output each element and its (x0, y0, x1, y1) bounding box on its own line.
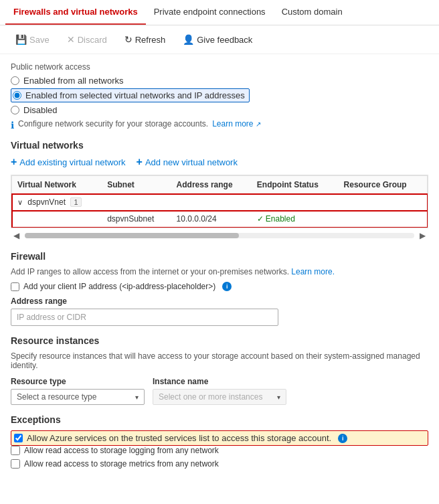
firewall-title: Firewall (11, 251, 428, 262)
firewall-learn-more[interactable]: Learn more. (291, 267, 335, 276)
exceptions-title: Exceptions (11, 414, 428, 425)
public-network-label: Public network access (11, 62, 428, 72)
address-range-label: Address range (11, 297, 428, 306)
add-new-icon: + (137, 156, 143, 168)
scroll-left-arrow[interactable]: ◀ (11, 230, 22, 242)
info-row: ℹ Configure network security for your st… (11, 119, 428, 131)
radio-group: Enabled from all networks Enabled from s… (11, 76, 428, 115)
resource-instances-section: Resource instances Specify resource inst… (11, 335, 428, 405)
radio-selected-networks-label: Enabled from selected virtual networks a… (25, 90, 245, 100)
main-content: Public network access Enabled from all n… (0, 54, 439, 481)
exceptions-section: Exceptions Allow Azure services on the t… (11, 414, 428, 469)
resource-type-col: Resource type Select a resource type ▾ (11, 377, 145, 405)
add-existing-link[interactable]: + Add existing virtual network (11, 156, 126, 168)
exception-trusted-checkbox[interactable] (14, 434, 23, 442)
feedback-icon: 👤 (183, 34, 194, 45)
table-row[interactable]: dspvnSubnet 10.0.0.0/24 ✓ Enabled (12, 211, 428, 228)
radio-all-networks-input[interactable] (11, 76, 19, 85)
vnet-parent-name: ∨ dspvnVnet 1 (12, 194, 102, 211)
instance-name-label: Instance name (153, 377, 286, 386)
radio-selected-networks-input[interactable] (13, 91, 21, 100)
refresh-icon: ↻ (124, 34, 133, 45)
col-resource-group: Resource Group (339, 176, 428, 194)
tab-firewalls[interactable]: Firewalls and virtual networks (5, 0, 146, 25)
toolbar: 💾 Save ✕ Discard ↻ Refresh 👤 Give feedba… (0, 25, 439, 54)
exception-metrics-row: Allow read access to storage metrics fro… (11, 459, 428, 469)
vnet-parent-rg (339, 194, 428, 211)
vnet-parent-address (171, 194, 252, 211)
scroll-right-arrow[interactable]: ▶ (417, 230, 428, 242)
scrollbar-thumb (25, 233, 239, 238)
vnet-table-container: Virtual Network Subnet Address range End… (11, 175, 428, 228)
virtual-networks-title: Virtual networks (11, 140, 428, 151)
save-button[interactable]: 💾 Save (8, 31, 57, 48)
vnet-parent-status (252, 194, 339, 211)
info-text: Configure network security for your stor… (18, 119, 208, 129)
table-header-row: Virtual Network Subnet Address range End… (12, 176, 428, 194)
col-address-range: Address range (171, 176, 252, 194)
discard-icon: ✕ (67, 34, 75, 45)
vnet-parent-subnet (102, 194, 171, 211)
instance-name-select[interactable]: Select one or more instances ▾ (153, 389, 286, 405)
chevron-down-icon: ∨ (17, 198, 23, 206)
resource-instances-title: Resource instances (11, 335, 428, 346)
exception-trusted-label: Allow Azure services on the trusted serv… (27, 433, 331, 443)
exception-metrics-checkbox[interactable] (11, 459, 20, 469)
address-range-input[interactable] (11, 309, 278, 326)
resource-form-row: Resource type Select a resource type ▾ I… (11, 377, 428, 405)
scroll-row: ◀ ▶ (11, 230, 428, 242)
radio-selected-networks: Enabled from selected virtual networks a… (11, 88, 428, 102)
vnet-child-rg (339, 211, 428, 228)
exception-trusted-info-icon: i (338, 434, 347, 443)
vnet-child-address: 10.0.0.0/24 (171, 211, 252, 228)
client-ip-checkbox[interactable] (11, 282, 19, 291)
resource-type-select[interactable]: Select a resource type ▾ (11, 389, 145, 405)
scrollbar-track[interactable] (25, 233, 414, 238)
info-icon: ℹ (11, 120, 14, 131)
col-endpoint-status: Endpoint Status (252, 176, 339, 194)
radio-all-networks-label: Enabled from all networks (23, 76, 124, 86)
tab-private-endpoints[interactable]: Private endpoint connections (146, 0, 274, 25)
vnet-child-subnet: dspvnSubnet (102, 211, 171, 228)
col-virtual-network: Virtual Network (12, 176, 102, 194)
radio-disabled-input[interactable] (11, 106, 19, 114)
firewall-description: Add IP ranges to allow access from the i… (11, 267, 428, 276)
check-icon: ✓ (257, 214, 264, 224)
enabled-status: ✓ Enabled (257, 214, 333, 224)
add-new-link[interactable]: + Add new virtual network (137, 156, 238, 168)
exception-logging-checkbox[interactable] (11, 446, 20, 455)
client-ip-label: Add your client IP address (<ip-address-… (23, 282, 215, 291)
vnet-child-name (12, 211, 102, 228)
exception-trusted-row: Allow Azure services on the trusted serv… (11, 430, 428, 446)
firewall-section: Firewall Add IP ranges to allow access f… (11, 251, 428, 326)
info-circle-icon: i (222, 282, 232, 291)
exception-logging-label: Allow read access to storage logging fro… (24, 446, 219, 455)
radio-disabled-label: Disabled (23, 105, 58, 115)
add-existing-icon: + (11, 156, 17, 168)
add-row: + Add existing virtual network + Add new… (11, 156, 428, 168)
external-link-icon: ↗ (256, 120, 261, 128)
save-icon: 💾 (15, 34, 27, 45)
exception-metrics-label: Allow read access to storage metrics fro… (24, 459, 219, 469)
col-subnet: Subnet (102, 176, 171, 194)
refresh-button[interactable]: ↻ Refresh (117, 31, 173, 48)
tab-bar: Firewalls and virtual networks Private e… (0, 0, 439, 25)
exception-logging-row: Allow read access to storage logging fro… (11, 446, 428, 455)
resource-instances-desc: Specify resource instances that will hav… (11, 351, 428, 370)
vnet-child-status: ✓ Enabled (252, 211, 339, 228)
table-row[interactable]: ∨ dspvnVnet 1 (12, 194, 428, 211)
public-network-section: Public network access Enabled from all n… (11, 62, 428, 131)
client-ip-checkbox-row: Add your client IP address (<ip-address-… (11, 282, 428, 291)
radio-disabled: Disabled (11, 105, 428, 115)
instance-name-col: Instance name Select one or more instanc… (153, 377, 286, 405)
feedback-button[interactable]: 👤 Give feedback (175, 31, 260, 48)
instance-select-chevron-icon: ▾ (277, 394, 280, 401)
vnet-table: Virtual Network Subnet Address range End… (11, 175, 428, 228)
discard-button[interactable]: ✕ Discard (60, 31, 114, 48)
learn-more-link[interactable]: Learn more ↗ (212, 119, 261, 129)
tab-custom-domain[interactable]: Custom domain (274, 0, 351, 25)
radio-all-networks: Enabled from all networks (11, 76, 428, 86)
select-chevron-icon: ▾ (135, 394, 139, 401)
resource-type-label: Resource type (11, 377, 145, 386)
